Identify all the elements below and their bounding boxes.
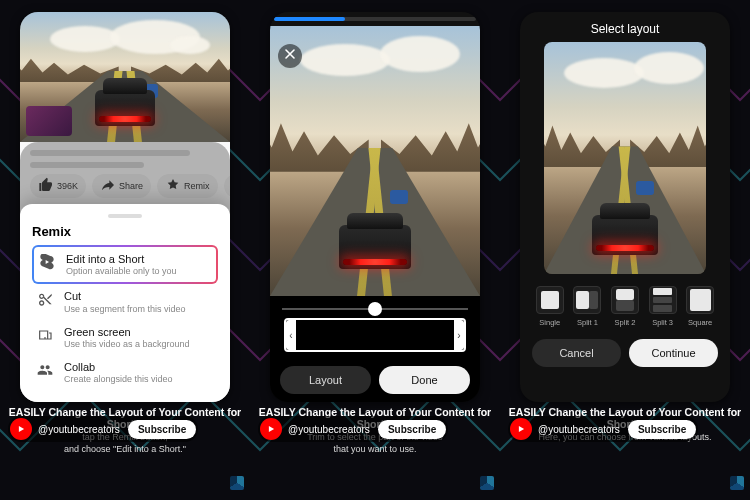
remix-icon [165, 177, 181, 195]
trim-timeline[interactable]: ‹ › [284, 318, 466, 352]
channel-handle: @youtubecreators [538, 424, 620, 435]
like-chip[interactable]: 396K [30, 174, 86, 198]
watermark-icon [230, 476, 244, 490]
share-icon [100, 177, 116, 195]
phone-frame: ‹ › Layout Done [270, 12, 480, 402]
layout-label: Square [688, 318, 712, 327]
layout-label: Split 3 [652, 318, 673, 327]
option-subtitle: Create alongside this video [64, 374, 173, 384]
collab-icon [36, 361, 54, 379]
remix-chip[interactable]: Remix [157, 174, 218, 198]
continue-button[interactable]: Continue [629, 339, 718, 367]
green-screen-icon [36, 326, 54, 344]
select-layout-title: Select layout [520, 12, 730, 42]
shorts-icon [38, 253, 56, 271]
caption-line: that you want to use. [258, 444, 492, 456]
watermark-icon [480, 476, 494, 490]
remix-option-collab[interactable]: Collab Create alongside this video [32, 355, 218, 390]
layout-option-split3[interactable]: Split 3 [647, 286, 679, 327]
option-subtitle: Option available only to you [66, 266, 177, 276]
remix-option-cut[interactable]: Cut Use a segment from this video [32, 284, 218, 319]
download-chip[interactable]: Down [224, 174, 230, 198]
subscribe-button[interactable]: Subscribe [128, 420, 196, 439]
slider-knob[interactable] [368, 302, 382, 316]
remix-option-edit-short[interactable]: Edit into a Short Option available only … [32, 245, 218, 284]
remix-option-green-screen[interactable]: Green screen Use this video as a backgro… [32, 320, 218, 355]
cancel-button[interactable]: Cancel [532, 339, 621, 367]
cut-icon [36, 290, 54, 308]
layout-label: Single [539, 318, 560, 327]
layout-options-row: Single Split 1 Split 2 Split 3 Square [520, 274, 730, 333]
subscribe-button[interactable]: Subscribe [628, 420, 696, 439]
layout-option-split1[interactable]: Split 1 [572, 286, 604, 327]
option-title: Green screen [64, 326, 190, 339]
option-subtitle: Use a segment from this video [64, 304, 186, 314]
share-label: Share [119, 181, 143, 191]
layout-option-single[interactable]: Single [534, 286, 566, 327]
remix-bottom-sheet: Remix Edit into a Short Option available… [20, 204, 230, 402]
like-count: 396K [57, 181, 78, 191]
channel-handle: @youtubecreators [288, 424, 370, 435]
watermark-icon [730, 476, 744, 490]
close-button[interactable] [278, 44, 302, 68]
channel-subscribe-pill: @youtubecreators Subscribe [8, 416, 198, 442]
phone-frame: 396K Share Remix [20, 12, 230, 402]
close-icon [282, 46, 298, 66]
subscribe-button[interactable]: Subscribe [378, 420, 446, 439]
layout-option-square[interactable]: Square [684, 286, 716, 327]
caption-line: and choose "Edit into a Short." [8, 444, 242, 456]
channel-subscribe-pill: @youtubecreators Subscribe [508, 416, 698, 442]
sheet-title: Remix [32, 224, 218, 239]
remix-label: Remix [184, 181, 210, 191]
layout-button[interactable]: Layout [280, 366, 371, 394]
channel-handle: @youtubecreators [38, 424, 120, 435]
panel-select-layout: Select layout Single [500, 0, 750, 500]
done-button[interactable]: Done [379, 366, 470, 394]
layout-label: Split 1 [577, 318, 598, 327]
sheet-drag-handle[interactable] [108, 214, 142, 218]
layout-option-split2[interactable]: Split 2 [609, 286, 641, 327]
progress-bar[interactable] [274, 17, 476, 21]
video-player-area [20, 12, 230, 142]
panel-remix-sheet: 396K Share Remix [0, 0, 250, 500]
zoom-slider[interactable] [282, 308, 468, 310]
option-title: Cut [64, 290, 186, 303]
trim-handle-right[interactable]: › [454, 320, 464, 350]
layout-label: Split 2 [615, 318, 636, 327]
panel-trim: ‹ › Layout Done @youtubecreators Subscri… [250, 0, 500, 500]
phone-frame: Select layout Single [520, 12, 730, 402]
option-title: Edit into a Short [66, 253, 177, 266]
action-chip-row: 396K Share Remix [30, 174, 220, 198]
layout-preview [544, 42, 706, 274]
share-chip[interactable]: Share [92, 174, 151, 198]
channel-subscribe-pill: @youtubecreators Subscribe [258, 416, 448, 442]
youtube-logo-icon [510, 418, 532, 440]
option-title: Collab [64, 361, 173, 374]
picture-in-picture-thumbnail [26, 106, 72, 136]
thumbs-up-icon [38, 177, 54, 195]
option-subtitle: Use this video as a background [64, 339, 190, 349]
youtube-logo-icon [260, 418, 282, 440]
youtube-logo-icon [10, 418, 32, 440]
